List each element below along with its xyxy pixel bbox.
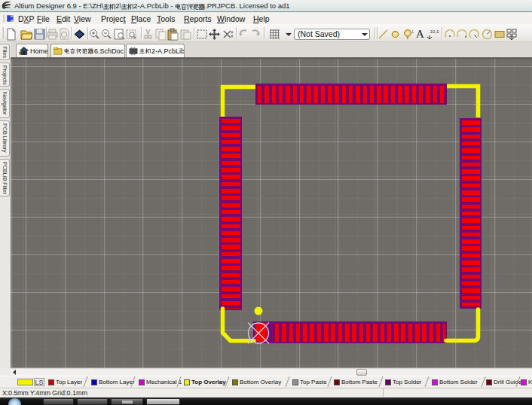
svg-text:.10,10: .10,10 <box>429 29 439 34</box>
svg-text:1: 1 <box>411 29 414 34</box>
